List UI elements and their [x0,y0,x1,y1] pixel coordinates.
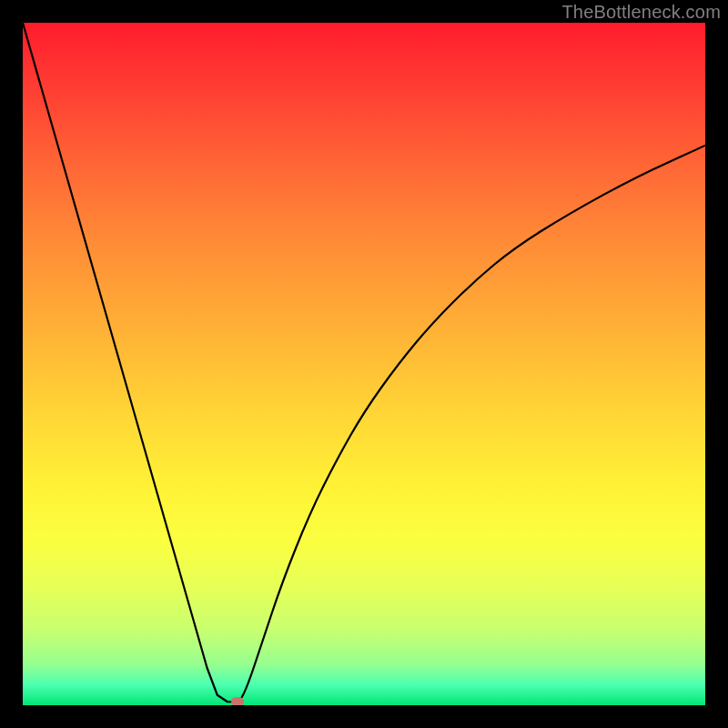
chart-frame: TheBottleneck.com [0,0,728,728]
plot-area [23,23,705,705]
bottleneck-curve [23,23,705,702]
optimum-marker [231,697,244,705]
watermark-text: TheBottleneck.com [561,2,721,23]
curve-svg [23,23,705,705]
